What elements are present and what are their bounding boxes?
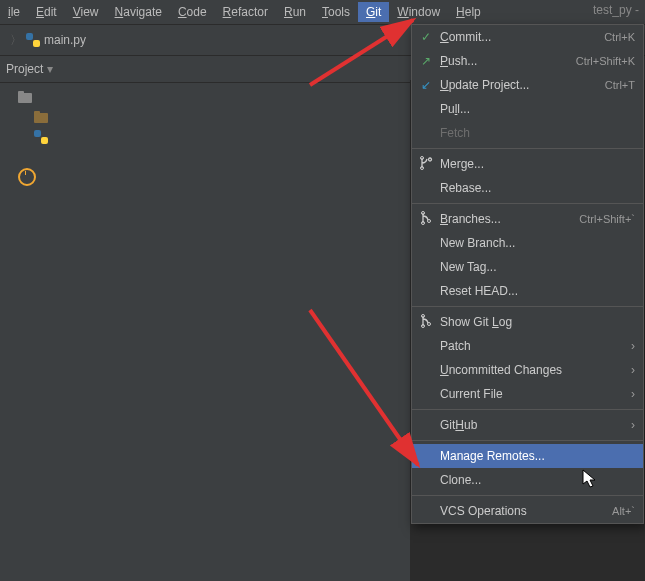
- menu-item-label: Manage Remotes...: [440, 449, 545, 463]
- menu-item-label: Clone...: [440, 473, 481, 487]
- update-icon: ↙: [418, 78, 434, 92]
- menu-edit[interactable]: Edit: [28, 2, 65, 22]
- menu-item-label: Pull...: [440, 102, 470, 116]
- menu-item-label: Merge...: [440, 157, 484, 171]
- folder-icon: [34, 111, 48, 123]
- push-icon: ↗: [418, 54, 434, 68]
- git-menu-manage-remotes[interactable]: Manage Remotes...: [412, 444, 643, 468]
- menu-navigate[interactable]: Navigate: [107, 2, 170, 22]
- scratches-icon: [18, 168, 36, 186]
- menu-item-label: VCS Operations: [440, 504, 527, 518]
- menu-separator: [412, 148, 643, 149]
- menu-separator: [412, 440, 643, 441]
- git-menu-clone[interactable]: Clone...: [412, 468, 643, 492]
- commit-icon: ✓: [418, 30, 434, 44]
- menu-window[interactable]: Window: [389, 2, 448, 22]
- menu-item-label: Show Git Log: [440, 315, 512, 329]
- menu-item-label: Commit...: [440, 30, 491, 44]
- menu-shortcut: Ctrl+Shift+`: [579, 213, 635, 225]
- git-menu-github[interactable]: GitHub›: [412, 413, 643, 437]
- git-menu-merge[interactable]: Merge...: [412, 152, 643, 176]
- window-title: test_py -: [593, 3, 639, 17]
- menu-help[interactable]: Help: [448, 2, 489, 22]
- python-file-icon: [34, 130, 48, 144]
- menu-item-label: Current File: [440, 387, 503, 401]
- project-tool-title: Project: [6, 62, 43, 76]
- menu-separator: [412, 409, 643, 410]
- breadcrumb-sep-icon: 〉: [10, 32, 22, 49]
- dropdown-icon[interactable]: ▾: [47, 62, 53, 76]
- git-menu-current-file[interactable]: Current File›: [412, 382, 643, 406]
- menu-view[interactable]: View: [65, 2, 107, 22]
- git-menu-reset-head[interactable]: Reset HEAD...: [412, 279, 643, 303]
- menu-tools[interactable]: Tools: [314, 2, 358, 22]
- git-menu-new-tag[interactable]: New Tag...: [412, 255, 643, 279]
- folder-icon: [18, 91, 32, 103]
- git-menu-push[interactable]: ↗Push...Ctrl+Shift+K: [412, 49, 643, 73]
- menu-item-label: GitHub: [440, 418, 477, 432]
- menu-shortcut: Alt+`: [612, 505, 635, 517]
- branch-icon: [418, 314, 434, 331]
- git-menu-uncommitted-changes[interactable]: Uncommitted Changes›: [412, 358, 643, 382]
- branch-icon: [418, 211, 434, 228]
- project-panel-bg: [0, 80, 410, 581]
- submenu-arrow-icon: ›: [631, 418, 635, 432]
- git-menu-pull[interactable]: Pull...: [412, 97, 643, 121]
- git-menu-commit[interactable]: ✓Commit...Ctrl+K: [412, 25, 643, 49]
- git-menu-patch[interactable]: Patch›: [412, 334, 643, 358]
- menu-item-label: New Tag...: [440, 260, 496, 274]
- menu-item-label: Patch: [440, 339, 471, 353]
- git-menu-show-git-log[interactable]: Show Git Log: [412, 310, 643, 334]
- menu-run[interactable]: Run: [276, 2, 314, 22]
- menu-item-label: Reset HEAD...: [440, 284, 518, 298]
- menu-git[interactable]: Git: [358, 2, 389, 22]
- menu-item-label: Uncommitted Changes: [440, 363, 562, 377]
- merge-icon: [418, 156, 434, 173]
- menu-item-label: Rebase...: [440, 181, 491, 195]
- git-menu-update-project[interactable]: ↙Update Project...Ctrl+T: [412, 73, 643, 97]
- git-menu-vcs-operations[interactable]: VCS OperationsAlt+`: [412, 499, 643, 523]
- python-file-icon: [26, 33, 40, 47]
- menu-item-label: Update Project...: [440, 78, 529, 92]
- git-menu-popup: ✓Commit...Ctrl+K↗Push...Ctrl+Shift+K↙Upd…: [411, 24, 644, 524]
- menu-code[interactable]: Code: [170, 2, 215, 22]
- menu-separator: [412, 203, 643, 204]
- menu-separator: [412, 306, 643, 307]
- svg-point-25: [428, 322, 431, 325]
- submenu-arrow-icon: ›: [631, 339, 635, 353]
- git-menu-fetch: Fetch: [412, 121, 643, 145]
- git-menu-new-branch[interactable]: New Branch...: [412, 231, 643, 255]
- git-menu-branches[interactable]: Branches...Ctrl+Shift+`: [412, 207, 643, 231]
- svg-point-22: [428, 219, 431, 222]
- menu-shortcut: Ctrl+T: [605, 79, 635, 91]
- breadcrumb-file[interactable]: main.py: [44, 33, 86, 47]
- menu-shortcut: Ctrl+K: [604, 31, 635, 43]
- menu-refactor[interactable]: Refactor: [215, 2, 276, 22]
- menu-ile[interactable]: ile: [0, 2, 28, 22]
- menu-item-label: Branches...: [440, 212, 501, 226]
- menu-separator: [412, 495, 643, 496]
- submenu-arrow-icon: ›: [631, 387, 635, 401]
- menu-item-label: New Branch...: [440, 236, 515, 250]
- menu-shortcut: Ctrl+Shift+K: [576, 55, 635, 67]
- menu-item-label: Fetch: [440, 126, 470, 140]
- git-menu-rebase[interactable]: Rebase...: [412, 176, 643, 200]
- menu-item-label: Push...: [440, 54, 477, 68]
- menu-bar: ileEditViewNavigateCodeRefactorRunToolsG…: [0, 0, 645, 25]
- submenu-arrow-icon: ›: [631, 363, 635, 377]
